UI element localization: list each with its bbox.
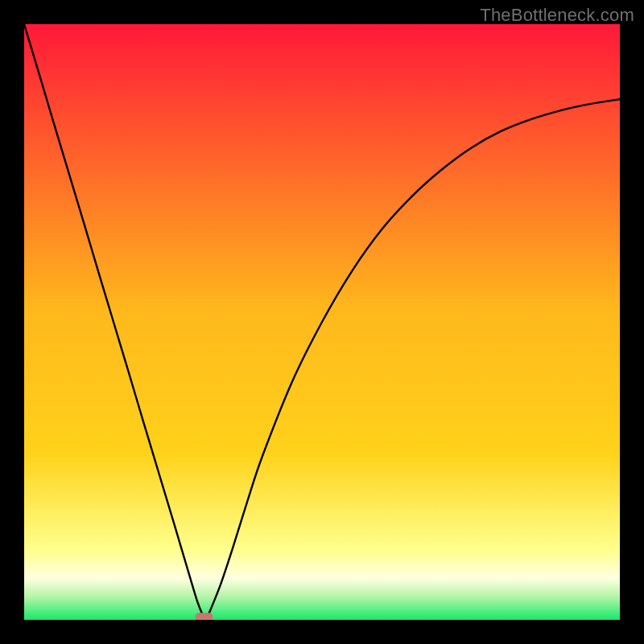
- minimum-marker: [195, 613, 213, 620]
- watermark-text: TheBottleneck.com: [480, 5, 634, 26]
- chart-frame: TheBottleneck.com: [0, 0, 644, 644]
- chart-svg: [24, 24, 620, 620]
- plot-area: [24, 24, 620, 620]
